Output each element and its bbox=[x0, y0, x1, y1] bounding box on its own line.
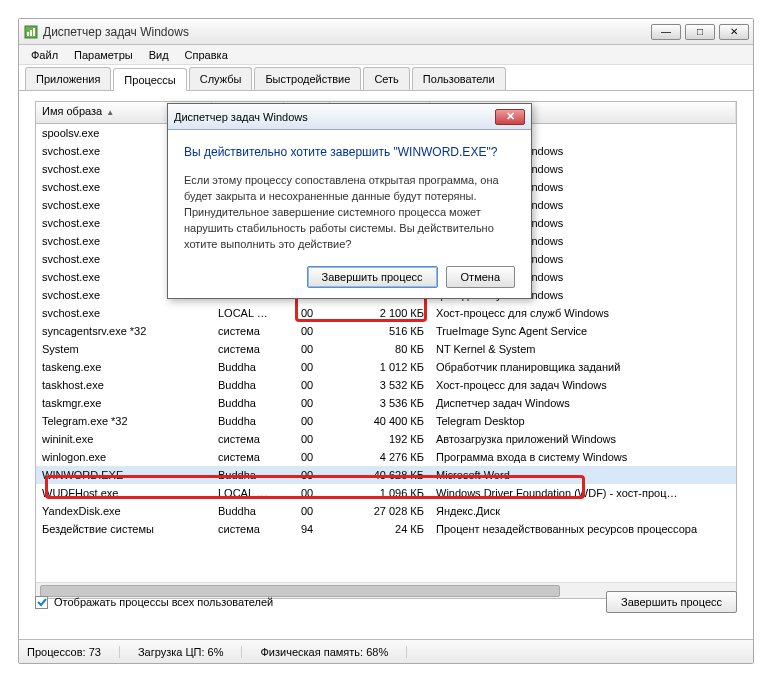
dialog-ok-button[interactable]: Завершить процесс bbox=[307, 266, 438, 288]
show-all-users-label: Отображать процессы всех пользователей bbox=[54, 596, 273, 608]
dialog-cancel-button[interactable]: Отмена bbox=[446, 266, 515, 288]
menu-help[interactable]: Справка bbox=[177, 47, 236, 63]
end-process-button[interactable]: Завершить процесс bbox=[606, 591, 737, 613]
table-row[interactable]: winlogon.exeсистема004 276 КБПрограмма в… bbox=[36, 448, 736, 466]
table-row[interactable]: Бездействие системысистема9424 КБПроцент… bbox=[36, 520, 736, 538]
dialog-body: Вы действительно хотите завершить "WINWO… bbox=[168, 130, 531, 298]
close-button[interactable]: ✕ bbox=[719, 24, 749, 40]
window-title: Диспетчер задач Windows bbox=[43, 25, 189, 39]
menu-file[interactable]: Файл bbox=[23, 47, 66, 63]
sort-asc-icon: ▲ bbox=[106, 108, 114, 117]
table-row[interactable]: taskmgr.exeBuddha003 536 КБДиспетчер зад… bbox=[36, 394, 736, 412]
table-row[interactable]: wininit.exeсистема00192 КБАвтозагрузка п… bbox=[36, 430, 736, 448]
menu-options[interactable]: Параметры bbox=[66, 47, 141, 63]
statusbar: Процессов: 73 Загрузка ЦП: 6% Физическая… bbox=[19, 639, 753, 663]
table-row[interactable]: svchost.exeLOCAL …002 100 КБХост-процесс… bbox=[36, 304, 736, 322]
minimize-button[interactable]: — bbox=[651, 24, 681, 40]
app-icon bbox=[23, 24, 39, 40]
tabstrip: Приложения Процессы Службы Быстродействи… bbox=[19, 65, 753, 91]
table-row[interactable]: Systemсистема0080 КБNT Kernel & System bbox=[36, 340, 736, 358]
table-row[interactable]: Telegram.exe *32Buddha0040 400 КБTelegra… bbox=[36, 412, 736, 430]
tab-applications[interactable]: Приложения bbox=[25, 67, 111, 90]
menu-view[interactable]: Вид bbox=[141, 47, 177, 63]
svg-rect-3 bbox=[33, 28, 35, 36]
dialog-body-text: Если этому процессу сопоставлена открыта… bbox=[184, 173, 515, 253]
table-row[interactable]: syncagentsrv.exe *32система00516 КБTrueI… bbox=[36, 322, 736, 340]
dialog-buttons: Завершить процесс Отмена bbox=[184, 266, 515, 288]
dialog-titlebar[interactable]: Диспетчер задач Windows ✕ bbox=[168, 104, 531, 130]
confirm-dialog: Диспетчер задач Windows ✕ Вы действитель… bbox=[167, 103, 532, 299]
status-cpu: Загрузка ЦП: 6% bbox=[120, 646, 243, 658]
menubar: Файл Параметры Вид Справка bbox=[19, 45, 753, 65]
tab-processes[interactable]: Процессы bbox=[113, 68, 186, 91]
bottom-controls: Отображать процессы всех пользователей З… bbox=[35, 589, 737, 615]
svg-rect-1 bbox=[27, 32, 29, 36]
tab-network[interactable]: Сеть bbox=[363, 67, 409, 90]
svg-rect-2 bbox=[30, 30, 32, 36]
tab-performance[interactable]: Быстродействие bbox=[254, 67, 361, 90]
dialog-title: Диспетчер задач Windows bbox=[174, 111, 308, 123]
status-memory: Физическая память: 68% bbox=[242, 646, 407, 658]
dialog-header-text: Вы действительно хотите завершить "WINWO… bbox=[184, 144, 515, 161]
status-processes: Процессов: 73 bbox=[27, 646, 120, 658]
tab-services[interactable]: Службы bbox=[189, 67, 253, 90]
table-row[interactable]: WINWORD.EXEBuddha0040 628 КБMicrosoft Wo… bbox=[36, 466, 736, 484]
table-row[interactable]: taskeng.exeBuddha001 012 КБОбработчик пл… bbox=[36, 358, 736, 376]
show-all-users-checkbox[interactable] bbox=[35, 596, 48, 609]
table-row[interactable]: WUDFHost.exeLOCAL …001 096 КБWindows Dri… bbox=[36, 484, 736, 502]
titlebar[interactable]: Диспетчер задач Windows — □ ✕ bbox=[19, 19, 753, 45]
dialog-close-button[interactable]: ✕ bbox=[495, 109, 525, 125]
maximize-button[interactable]: □ bbox=[685, 24, 715, 40]
table-row[interactable]: YandexDisk.exeBuddha0027 028 КБЯндекс.Ди… bbox=[36, 502, 736, 520]
table-row[interactable]: taskhost.exeBuddha003 532 КБХост-процесс… bbox=[36, 376, 736, 394]
tab-users[interactable]: Пользователи bbox=[412, 67, 506, 90]
